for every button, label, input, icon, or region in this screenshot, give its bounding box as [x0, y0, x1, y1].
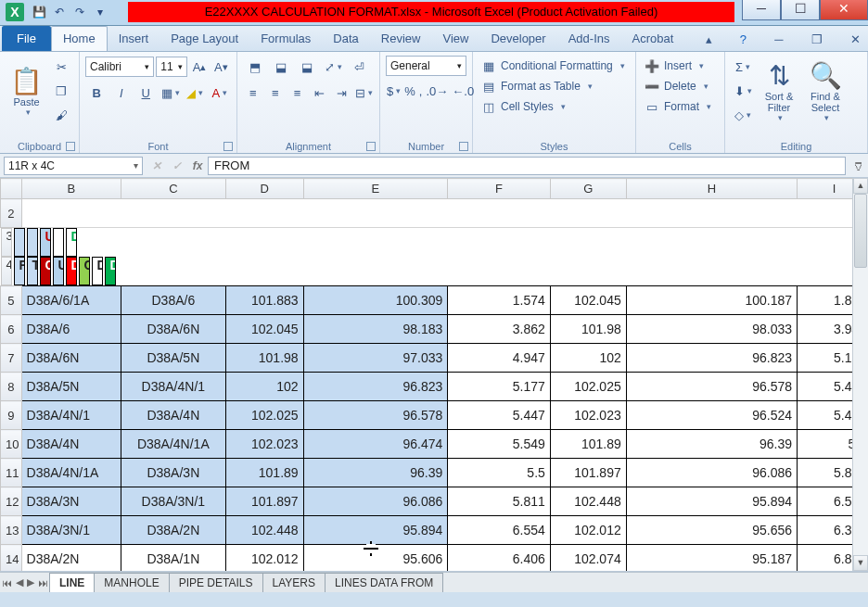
- cell[interactable]: 101.89: [550, 430, 626, 459]
- row-header[interactable]: 7: [1, 344, 22, 373]
- row-header[interactable]: 8: [1, 373, 22, 401]
- cell[interactable]: 4.947: [448, 344, 551, 373]
- cell-downstream-label[interactable]: DWONSTREAM: [66, 228, 77, 257]
- th-to[interactable]: TO: [27, 257, 38, 285]
- cell[interactable]: D38A/4N/1A: [121, 430, 226, 459]
- tab-nav-next-icon[interactable]: ▶: [25, 576, 36, 588]
- row-header[interactable]: 5: [1, 286, 22, 315]
- row-header[interactable]: 13: [1, 516, 22, 545]
- vertical-scrollbar[interactable]: ▲ ▼: [852, 178, 868, 571]
- scroll-thumb[interactable]: [854, 194, 867, 268]
- cell[interactable]: 101.98: [225, 344, 303, 373]
- cell-styles-button[interactable]: ◫Cell Styles: [479, 96, 630, 117]
- row-header[interactable]: 12: [1, 487, 22, 516]
- bold-button[interactable]: B: [86, 82, 108, 103]
- cell[interactable]: 96.39: [626, 430, 797, 459]
- tab-nav-prev-icon[interactable]: ◀: [14, 576, 25, 588]
- cell[interactable]: D38A/5N: [21, 373, 121, 401]
- cell[interactable]: D38A/6N: [121, 315, 226, 344]
- cell[interactable]: 102.012: [225, 545, 303, 573]
- dialog-launcher-icon[interactable]: [66, 142, 75, 151]
- cell[interactable]: 3.862: [448, 315, 551, 344]
- tab-addins[interactable]: Add-Ins: [557, 27, 621, 51]
- th-dn-depth[interactable]: DEPTH: [105, 257, 116, 285]
- border-button[interactable]: ▦: [160, 82, 182, 103]
- increase-indent-icon[interactable]: ⇥: [332, 82, 351, 103]
- cell[interactable]: 5.5: [448, 459, 551, 487]
- cell[interactable]: D38A/3N: [21, 487, 121, 516]
- doc-minimize-button[interactable]: ─: [767, 28, 790, 51]
- maximize-button[interactable]: ☐: [781, 0, 820, 20]
- cell[interactable]: 102.045: [225, 315, 303, 344]
- cell[interactable]: D38A/6: [121, 286, 226, 315]
- clear-icon[interactable]: ◇: [732, 105, 754, 125]
- select-all-corner[interactable]: [1, 179, 22, 199]
- row-header[interactable]: 4: [1, 257, 12, 285]
- cell[interactable]: 98.033: [626, 315, 797, 344]
- save-icon[interactable]: 💾: [30, 3, 48, 21]
- cell[interactable]: 102.012: [550, 516, 626, 545]
- cell[interactable]: 96.578: [303, 401, 448, 430]
- cell[interactable]: 102.023: [225, 430, 303, 459]
- tab-view[interactable]: View: [431, 27, 479, 51]
- tab-nav-last-icon[interactable]: ⏭: [36, 577, 50, 588]
- cell[interactable]: D38A/6: [21, 315, 121, 344]
- sheet-tab[interactable]: LAYERS: [262, 573, 326, 592]
- scroll-down-icon[interactable]: ▼: [853, 555, 868, 571]
- doc-restore-button[interactable]: ❐: [804, 28, 830, 51]
- th-up-invert[interactable]: UPSTREAMINVERT: [53, 257, 64, 285]
- grow-font-icon[interactable]: A▴: [190, 57, 208, 77]
- scroll-up-icon[interactable]: ▲: [853, 178, 868, 194]
- tab-nav-first-icon[interactable]: ⏮: [0, 577, 14, 588]
- th-up-depth[interactable]: DEPTH: [66, 257, 77, 285]
- enter-check-icon[interactable]: ✓: [167, 157, 187, 175]
- cell[interactable]: D38A/4N: [121, 401, 226, 430]
- col-header[interactable]: E: [303, 179, 448, 199]
- cell[interactable]: 102.025: [225, 401, 303, 430]
- cut-icon[interactable]: ✂: [50, 57, 72, 77]
- col-header[interactable]: G: [550, 179, 626, 199]
- dialog-launcher-icon[interactable]: [366, 142, 376, 151]
- tab-data[interactable]: Data: [322, 27, 369, 51]
- fx-icon[interactable]: fx: [187, 157, 208, 175]
- sheet-tab[interactable]: MANHOLE: [94, 573, 169, 592]
- orientation-icon[interactable]: ⤢: [322, 57, 344, 77]
- row-header[interactable]: 10: [1, 430, 22, 459]
- cancel-x-icon[interactable]: ✕: [147, 157, 167, 175]
- cell[interactable]: [14, 228, 25, 257]
- cell[interactable]: D38A/2N: [21, 545, 121, 573]
- dialog-launcher-icon[interactable]: [223, 142, 233, 151]
- insert-cells-button[interactable]: ➕Insert: [642, 56, 719, 76]
- cell[interactable]: D38A/6N: [21, 344, 121, 373]
- cell[interactable]: D38A/3N: [121, 459, 226, 487]
- merge-center-icon[interactable]: ⊟: [354, 82, 373, 103]
- conditional-formatting-button[interactable]: ▦Conditional Formatting: [479, 56, 630, 76]
- th-up-cl[interactable]: CL: [40, 257, 51, 285]
- cell[interactable]: 96.823: [626, 344, 797, 373]
- cell[interactable]: [53, 228, 64, 257]
- cell[interactable]: [21, 199, 868, 228]
- redo-icon[interactable]: ↷: [70, 3, 89, 21]
- wrap-text-icon[interactable]: ⏎: [348, 57, 370, 77]
- row-header[interactable]: 11: [1, 459, 22, 487]
- cell[interactable]: 100.309: [303, 286, 448, 315]
- cell[interactable]: 95.187: [626, 545, 797, 573]
- th-dn-invert[interactable]: DOWNSTREAMINVERT: [92, 257, 103, 285]
- cell[interactable]: 100.187: [626, 286, 797, 315]
- row-header[interactable]: 3: [1, 228, 12, 257]
- close-button[interactable]: ✕: [820, 0, 868, 20]
- worksheet-grid[interactable]: B C D E F G H I 2 3 UPSTREAM DWONSTREAM …: [0, 178, 868, 572]
- th-from[interactable]: FROM: [14, 257, 25, 285]
- col-header[interactable]: F: [448, 179, 551, 199]
- format-as-table-button[interactable]: ▤Format as Table: [479, 76, 630, 96]
- italic-button[interactable]: I: [111, 82, 133, 103]
- cell[interactable]: 96.823: [303, 373, 448, 401]
- format-painter-icon[interactable]: 🖌: [50, 105, 72, 125]
- align-bottom-icon[interactable]: ⬓: [296, 57, 318, 77]
- align-right-icon[interactable]: ≡: [288, 82, 307, 103]
- cell[interactable]: 101.89: [225, 459, 303, 487]
- dec-decimal-icon[interactable]: ←.0: [452, 81, 474, 101]
- comma-format-icon[interactable]: ,: [419, 81, 423, 101]
- expand-formula-bar-icon[interactable]: ⩢: [849, 159, 868, 172]
- sheet-tab[interactable]: LINE: [49, 573, 95, 592]
